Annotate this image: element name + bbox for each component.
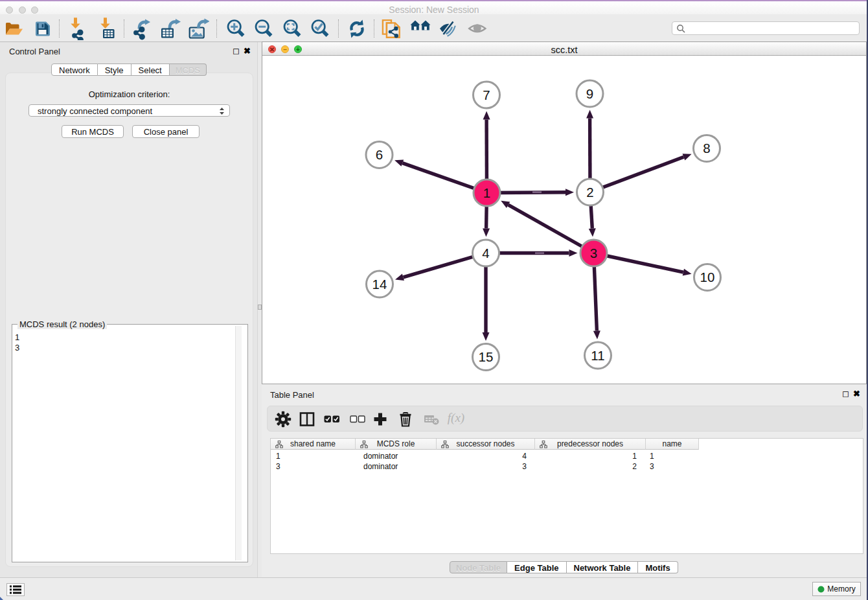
svg-text:7: 7 — [483, 87, 490, 102]
svg-text:4: 4 — [482, 246, 489, 260]
svg-text:1: 1 — [483, 185, 490, 200]
svg-text:2: 2 — [586, 185, 593, 200]
svg-text:15: 15 — [479, 349, 494, 364]
svg-text:8: 8 — [703, 141, 710, 156]
svg-text:9: 9 — [586, 86, 593, 101]
svg-text:3: 3 — [590, 246, 597, 260]
svg-text:11: 11 — [591, 348, 604, 363]
svg-text:14: 14 — [372, 277, 387, 292]
svg-text:10: 10 — [700, 270, 715, 284]
svg-text:6: 6 — [376, 147, 383, 162]
